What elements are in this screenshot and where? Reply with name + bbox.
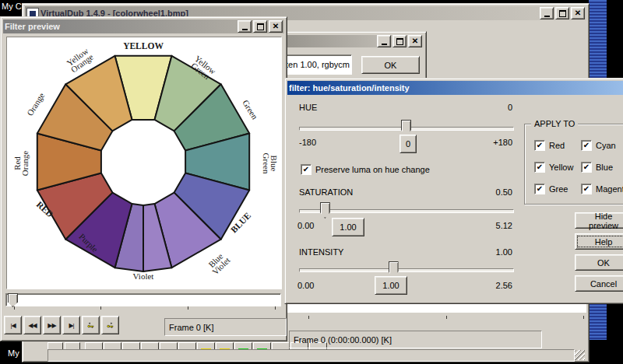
- go-first-button[interactable]: |◀: [4, 316, 22, 334]
- saturation-value-box[interactable]: 1.00: [332, 218, 364, 236]
- tick-mark: [275, 306, 276, 310]
- preview-position-slider[interactable]: [5, 293, 281, 306]
- minimize-button[interactable]: [540, 7, 554, 19]
- ok-button[interactable]: OK: [361, 56, 420, 74]
- preview-frame-status-panel: Frame 0 [K]: [164, 318, 287, 336]
- preview-slider-thumb[interactable]: [8, 293, 18, 307]
- close-button[interactable]: ✕: [269, 20, 283, 33]
- step-forward-button[interactable]: ▶▶: [43, 316, 61, 334]
- next-keyframe-icon: [107, 319, 114, 331]
- tick-mark: [14, 306, 15, 310]
- checkbox-label: Gree: [549, 184, 568, 194]
- wheel-label-blue-green: BlueGreen: [262, 153, 279, 174]
- hue-value-box[interactable]: 0: [399, 135, 417, 153]
- help-button[interactable]: Help: [575, 233, 623, 250]
- preview-window-title: Filter preview: [5, 22, 236, 31]
- intensity-value: 1.00: [481, 247, 512, 257]
- saturation-slider-thumb[interactable]: [320, 202, 330, 219]
- step-back-button[interactable]: ◀◀: [23, 316, 41, 334]
- maximize-button[interactable]: [392, 35, 407, 47]
- checkbox-icon: ✔: [534, 140, 545, 151]
- hsi-dialog: filter: hue/saturation/intensity HUE 0 -…: [284, 78, 623, 304]
- hsi-dialog-title: filter: hue/saturation/intensity: [289, 83, 623, 93]
- intensity-slider[interactable]: [299, 268, 514, 272]
- checkbox-label: Yellow: [549, 163, 573, 172]
- apply-to-group: APPLY TO ✔Red✔Cyan✔Yellow✔Blue✔Gree✔Mage…: [524, 124, 623, 205]
- checkbox-icon: ✔: [301, 164, 312, 175]
- tick-mark: [188, 306, 188, 310]
- wheel-label-green: Green: [241, 98, 260, 121]
- saturation-slider[interactable]: [299, 209, 514, 213]
- hsi-titlebar[interactable]: filter: hue/saturation/intensity: [287, 81, 623, 95]
- desktop-icon-label-bottom[interactable]: My: [8, 348, 19, 358]
- go-last-button[interactable]: ▶|: [62, 316, 80, 334]
- prev-keyframe-button[interactable]: [82, 316, 100, 334]
- checkbox-yellow[interactable]: ✔Yellow: [534, 162, 573, 173]
- filters-dialog: ✕ nten 1.00, rgbycm OK: [280, 31, 427, 79]
- filter-list[interactable]: nten 1.00, rgbycm: [282, 54, 352, 75]
- tick-mark: [583, 316, 584, 319]
- checkbox-gree[interactable]: ✔Gree: [534, 184, 568, 194]
- maximize-button[interactable]: [555, 7, 569, 19]
- wheel-label-yellow: YELLOW: [123, 41, 164, 51]
- checkbox-icon: ✔: [534, 162, 545, 173]
- intensity-label: INTENSITY: [299, 247, 343, 257]
- desktop-icon-label-top[interactable]: My C: [2, 2, 22, 11]
- checkbox-label: Cyan: [596, 141, 616, 150]
- wheel-label-orange: Orange: [25, 91, 46, 117]
- intensity-slider-thumb[interactable]: [389, 261, 399, 278]
- checkbox-icon: ✔: [581, 184, 592, 194]
- wheel-label-red-orange: RedOrange: [12, 151, 30, 176]
- checkbox-icon: ✔: [581, 140, 592, 151]
- main-frame-status: Frame 0 (0:00:00.000) [K]: [294, 335, 392, 345]
- tick-mark: [100, 306, 101, 310]
- hue-max: +180: [481, 138, 512, 147]
- cancel-button[interactable]: Cancel: [575, 275, 623, 292]
- checkbox-magenta[interactable]: ✔Magenta: [581, 184, 623, 194]
- saturation-label: SATURATION: [299, 187, 353, 197]
- filters-titlebar[interactable]: ✕: [283, 35, 424, 47]
- preview-frame-status: Frame 0 [K]: [169, 323, 213, 332]
- checkbox-cyan[interactable]: ✔Cyan: [581, 140, 616, 151]
- hue-label: HUE: [299, 103, 317, 112]
- wheel-label-violet: Violet: [133, 271, 154, 281]
- checkbox-label: Magenta: [596, 184, 623, 194]
- checkbox-label: Red: [549, 141, 565, 150]
- tick-mark: [308, 316, 309, 319]
- saturation-min: 0.00: [297, 221, 314, 230]
- intensity-max: 2.56: [481, 281, 512, 290]
- intensity-min: 0.00: [297, 281, 314, 290]
- maximize-button[interactable]: [253, 20, 267, 33]
- checkbox-label: Blue: [596, 163, 613, 172]
- preview-nav-buttons: |◀◀◀▶▶▶|: [4, 316, 160, 336]
- main-frame-status-panel: Frame 0 (0:00:00.000) [K]: [289, 331, 542, 348]
- next-keyframe-button[interactable]: [101, 316, 119, 334]
- close-button[interactable]: ✕: [408, 35, 422, 47]
- filter-list-entry: nten 1.00, rgbycm: [282, 60, 350, 69]
- preview-slider-ticks: [1, 306, 281, 310]
- hue-min: -180: [299, 138, 316, 147]
- preserve-luma-label: Preserve luma on hue change: [315, 165, 430, 174]
- resize-grip[interactable]: [575, 350, 585, 360]
- hue-slider-thumb[interactable]: [401, 120, 411, 136]
- saturation-value: 0.50: [481, 187, 512, 197]
- hide-preview-button[interactable]: Hide preview: [575, 212, 623, 229]
- ok-button[interactable]: OK: [575, 254, 623, 271]
- preserve-luma-checkbox[interactable]: ✔ Preserve luma on hue change: [301, 164, 430, 175]
- hue-value: 0: [481, 103, 512, 112]
- main-statusbar: [48, 349, 575, 362]
- intensity-value-box[interactable]: 1.00: [375, 276, 407, 295]
- checkbox-red[interactable]: ✔Red: [534, 140, 565, 151]
- preview-image-area: YELLOWYellowGreenGreenBlueGreenBLUEBlueV…: [6, 37, 282, 289]
- prev-keyframe-icon: [87, 319, 94, 331]
- checkbox-blue[interactable]: ✔Blue: [581, 162, 613, 173]
- tick-mark: [446, 316, 447, 319]
- minimize-button[interactable]: [377, 35, 391, 47]
- color-wheel: YELLOWYellowGreenGreenBlueGreenBLUEBlueV…: [7, 37, 280, 289]
- close-button[interactable]: ✕: [571, 7, 585, 19]
- preview-titlebar[interactable]: Filter preview ✕: [3, 19, 284, 33]
- wheel-label-blue-violet: BlueViolet: [205, 250, 232, 276]
- checkbox-icon: ✔: [581, 162, 592, 173]
- minimize-button[interactable]: [238, 20, 252, 33]
- filter-preview-window: Filter preview ✕ YELLOWYellowGreenGreenB…: [0, 16, 287, 341]
